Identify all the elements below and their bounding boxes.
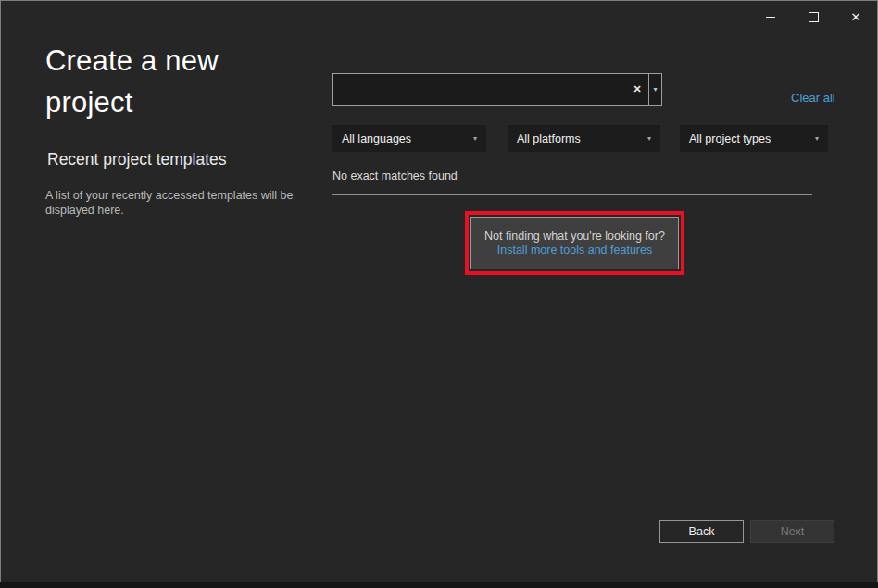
annotation-highlight: Not finding what you're looking for? Ins… — [465, 211, 684, 275]
maximize-icon — [809, 12, 819, 22]
language-filter-dropdown[interactable]: All languages ▾ — [332, 125, 486, 152]
search-input[interactable] — [333, 74, 626, 105]
page-title: Create a new project — [45, 40, 286, 123]
no-matches-message: No exact matches found — [332, 169, 458, 182]
close-icon: ✕ — [851, 11, 861, 23]
project-type-filter-dropdown[interactable]: All project types ▾ — [680, 125, 828, 152]
minimize-icon — [766, 17, 775, 18]
create-new-project-dialog: ✕ Create a new project Recent project te… — [0, 0, 878, 582]
back-button[interactable]: Back — [659, 520, 744, 543]
titlebar: ✕ — [749, 1, 877, 34]
clear-all-link[interactable]: Clear all — [791, 91, 835, 105]
maximize-button[interactable] — [792, 1, 834, 32]
not-finding-text: Not finding what you're looking for? — [484, 230, 665, 243]
platform-filter-dropdown[interactable]: All platforms ▾ — [508, 125, 660, 152]
search-history-dropdown-button[interactable]: ▾ — [649, 74, 661, 105]
platform-filter-label: All platforms — [517, 132, 581, 145]
next-button: Next — [750, 520, 834, 543]
chevron-down-icon: ▾ — [653, 86, 657, 94]
recent-templates-heading: Recent project templates — [47, 150, 227, 169]
clear-icon: ✕ — [633, 84, 641, 94]
project-type-filter-label: All project types — [689, 132, 771, 145]
chevron-down-icon: ▾ — [647, 135, 651, 143]
search-clear-button[interactable]: ✕ — [626, 74, 648, 105]
close-button[interactable]: ✕ — [834, 1, 877, 32]
minimize-button[interactable] — [749, 1, 792, 32]
chevron-down-icon: ▾ — [815, 135, 819, 143]
chevron-down-icon: ▾ — [473, 135, 477, 143]
search-box: ✕ ▾ — [332, 73, 662, 106]
language-filter-label: All languages — [342, 132, 411, 145]
install-more-tools-link[interactable]: Install more tools and features — [497, 244, 652, 256]
results-divider — [332, 194, 812, 195]
install-tools-panel: Not finding what you're looking for? Ins… — [470, 217, 679, 269]
recent-templates-description: A list of your recently accessed templat… — [45, 189, 294, 218]
